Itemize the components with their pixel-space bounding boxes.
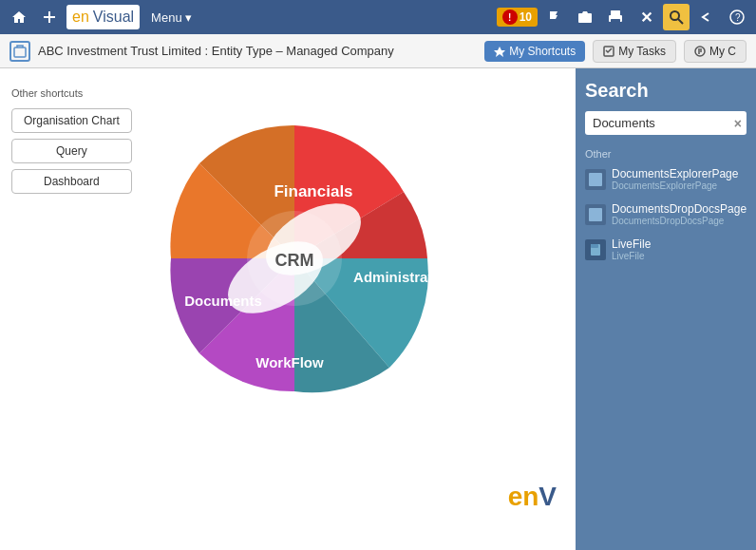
result-secondary-0: DocumentsExplorerPage	[612, 180, 738, 191]
menu-button[interactable]: Menu ▾	[143, 7, 199, 28]
env-logo-v: V	[539, 482, 557, 511]
result-primary-2: LiveFile	[612, 237, 651, 251]
result-primary-0: DocumentsExplorerPage	[612, 167, 738, 180]
alert-icon: !	[502, 9, 518, 25]
flag-icon[interactable]	[541, 4, 568, 30]
svg-rect-12	[14, 47, 26, 57]
svg-text:CRM: CRM	[275, 251, 314, 270]
search-input-wrap: ×	[585, 111, 747, 135]
toolbar: enVisual Menu ▾ ! 10 ✕ ?	[0, 0, 756, 34]
search-result-item-0[interactable]: DocumentsExplorerPage DocumentsExplorerP…	[585, 167, 747, 191]
header-bar: ABC Investment Trust Limited : Entity Ty…	[0, 34, 756, 68]
my-shortcuts-button[interactable]: My Shortcuts	[484, 41, 585, 62]
svg-text:Administration: Administration	[353, 269, 454, 285]
svg-rect-7	[611, 17, 614, 19]
my-c-button[interactable]: My C	[684, 40, 747, 63]
dashboard-button[interactable]: Dashboard	[11, 169, 132, 194]
entity-icon	[9, 41, 30, 62]
svg-text:?: ?	[735, 12, 741, 23]
svg-line-9	[678, 19, 683, 24]
entity-title: ABC Investment Trust Limited : Entity Ty…	[38, 44, 394, 58]
search-section-other: Other	[585, 148, 747, 160]
notification-badge[interactable]: ! 10	[497, 8, 538, 27]
env-logo: enV	[508, 482, 557, 512]
wheel-chart: Financials Administration WorkFlow Docum…	[123, 87, 475, 496]
main-content: Other shortcuts Organisation Chart Query…	[0, 68, 756, 550]
env-logo-en: en	[508, 482, 539, 511]
other-shortcuts: Other shortcuts Organisation Chart Query…	[11, 87, 132, 194]
shortcuts-label: Other shortcuts	[11, 87, 132, 99]
search-icon[interactable]	[663, 4, 690, 30]
app-logo: enVisual	[66, 5, 140, 29]
result-primary-1: DocumentsDropDocsPage	[612, 202, 747, 216]
result-secondary-1: DocumentsDropDocsPage	[612, 216, 747, 226]
my-tasks-button[interactable]: My Tasks	[593, 40, 676, 63]
search-title: Search	[585, 80, 747, 102]
help-icon[interactable]: ?	[724, 4, 750, 30]
logo-en: en	[72, 9, 89, 26]
svg-rect-4	[611, 10, 620, 15]
left-panel: Other shortcuts Organisation Chart Query…	[0, 68, 576, 550]
result-icon-0	[585, 169, 606, 190]
query-button[interactable]: Query	[11, 139, 132, 163]
search-clear-button[interactable]: ×	[734, 116, 742, 131]
organisation-chart-button[interactable]: Organisation Chart	[11, 108, 132, 133]
search-result-item-2[interactable]: LiveFile LiveFile	[585, 237, 747, 261]
search-panel: Search × Other DocumentsExplorerPage Doc…	[576, 68, 756, 550]
svg-rect-1	[44, 16, 55, 18]
result-icon-2	[585, 239, 606, 260]
add-icon[interactable]	[36, 4, 63, 30]
svg-marker-13	[494, 47, 505, 57]
svg-rect-6	[611, 19, 620, 24]
search-input[interactable]	[585, 111, 747, 135]
print-icon[interactable]	[602, 4, 629, 30]
result-icon-1	[585, 204, 606, 225]
home-icon[interactable]	[6, 4, 32, 30]
svg-text:Documents: Documents	[184, 293, 262, 309]
logo-visual: Visual	[93, 9, 134, 26]
back-icon[interactable]	[693, 4, 720, 30]
svg-text:WorkFlow: WorkFlow	[255, 354, 324, 370]
close-icon[interactable]: ✕	[633, 4, 659, 30]
svg-rect-25	[591, 244, 598, 248]
camera-icon[interactable]	[572, 4, 598, 30]
svg-text:Financials: Financials	[274, 182, 352, 200]
search-result-item-1[interactable]: DocumentsDropDocsPage DocumentsDropDocsP…	[585, 202, 747, 226]
result-secondary-2: LiveFile	[612, 251, 651, 261]
svg-point-8	[671, 11, 679, 20]
